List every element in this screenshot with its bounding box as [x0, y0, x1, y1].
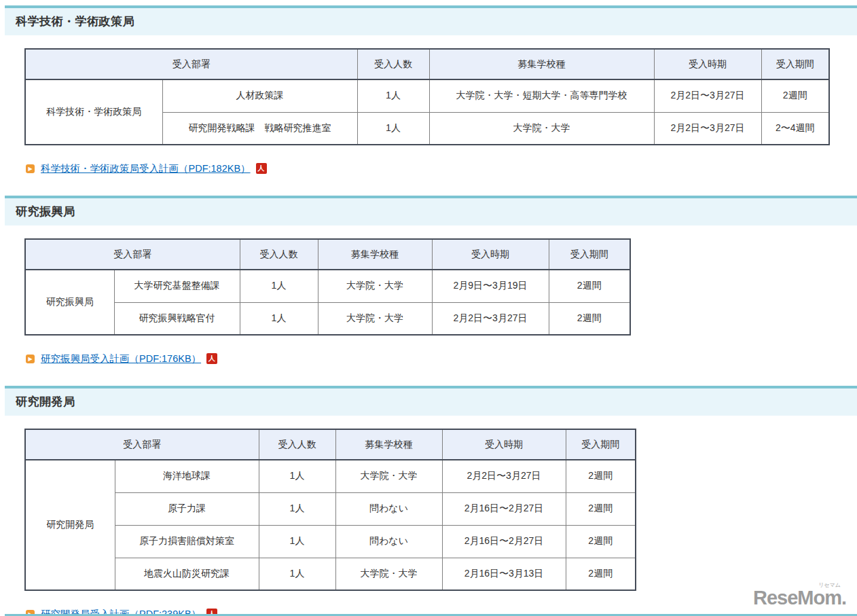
table-header-row: 受入部署 受入人数 募集学校種 受入時期 受入期間	[25, 49, 829, 79]
acceptance-table-science-policy: 受入部署 受入人数 募集学校種 受入時期 受入期間 科学技術・学術政策局 人材政…	[24, 48, 830, 145]
column-header-time: 受入時期	[654, 49, 761, 79]
cell-schools: 大学院・大学	[335, 460, 442, 492]
arrow-bullet-icon: ▶	[26, 164, 35, 173]
section-header: 科学技術・学術政策局	[5, 5, 857, 35]
resemom-watermark: リセマム ReseMom.	[753, 588, 846, 608]
column-header-time: 受入時期	[442, 429, 566, 460]
column-header-count: 受入人数	[240, 239, 318, 270]
cell-schools: 問わない	[335, 492, 442, 525]
cell-duration: 2週間	[549, 270, 630, 302]
cell-duration: 2週間	[566, 492, 636, 525]
column-header-department: 受入部署	[25, 49, 357, 79]
pdf-link-row: ▶ 研究振興局受入計画（PDF:176KB） 人	[26, 352, 857, 365]
cell-duration: 2週間	[761, 79, 829, 112]
pdf-icon[interactable]: 人	[256, 163, 267, 174]
cell-count: 1人	[357, 79, 429, 112]
table-row: 原子力課 1人 問わない 2月16日〜2月27日 2週間	[25, 492, 636, 525]
acceptance-table-research-promotion: 受入部署 受入人数 募集学校種 受入時期 受入期間 研究振興局 大学研究基盤整備…	[24, 238, 631, 336]
table-row: 原子力損害賠償対策室 1人 問わない 2月16日〜2月27日 2週間	[25, 525, 636, 558]
table-row: 研究振興戦略官付 1人 大学院・大学 2月2日〜3月27日 2週間	[25, 302, 630, 335]
column-header-schools: 募集学校種	[318, 239, 432, 270]
section-title: 研究振興局	[16, 204, 850, 219]
table-row: 研究開発局 海洋地球課 1人 大学院・大学 2月2日〜3月27日 2週間	[25, 460, 636, 492]
column-header-department: 受入部署	[25, 239, 240, 270]
cell-department: 原子力損害賠償対策室	[115, 525, 259, 558]
cell-bureau: 研究振興局	[25, 270, 114, 335]
section-header: 研究開発局	[5, 386, 857, 416]
pdf-icon[interactable]: 人	[206, 353, 217, 364]
cell-count: 1人	[259, 558, 335, 590]
column-header-schools: 募集学校種	[335, 429, 442, 460]
column-header-duration: 受入期間	[566, 429, 636, 460]
cell-duration: 2週間	[566, 460, 636, 492]
section-research-development: 研究開発局 受入部署 受入人数 募集学校種 受入時期 受入期間 研究開発局 海洋…	[0, 386, 857, 616]
table-header-row: 受入部署 受入人数 募集学校種 受入時期 受入期間	[25, 239, 630, 270]
cell-count: 1人	[259, 492, 335, 525]
cell-count: 1人	[240, 302, 318, 335]
column-header-time: 受入時期	[432, 239, 549, 270]
cell-schools: 大学院・大学	[318, 270, 432, 302]
column-header-count: 受入人数	[357, 49, 429, 79]
cell-time: 2月2日〜3月27日	[432, 302, 549, 335]
cell-count: 1人	[259, 525, 335, 558]
cell-department: 人材政策課	[162, 79, 357, 112]
column-header-schools: 募集学校種	[429, 49, 654, 79]
cell-department: 大学研究基盤整備課	[114, 270, 240, 302]
pdf-link-row: ▶ 科学技術・学術政策局受入計画（PDF:182KB） 人	[26, 162, 857, 175]
cell-schools: 大学院・大学	[335, 558, 442, 590]
watermark-ruby: リセマム	[818, 583, 841, 588]
cell-department: 海洋地球課	[115, 460, 259, 492]
table-header-row: 受入部署 受入人数 募集学校種 受入時期 受入期間	[25, 429, 636, 460]
cell-schools: 問わない	[335, 525, 442, 558]
cell-time: 2月2日〜3月27日	[442, 460, 566, 492]
pdf-link-research-promotion[interactable]: 研究振興局受入計画（PDF:176KB）	[41, 352, 201, 365]
cell-schools: 大学院・大学・短期大学・高等専門学校	[429, 79, 654, 112]
cell-time: 2月2日〜3月27日	[654, 79, 761, 112]
table-row: 研究振興局 大学研究基盤整備課 1人 大学院・大学 2月9日〜3月19日 2週間	[25, 270, 630, 302]
cell-schools: 大学院・大学	[318, 302, 432, 335]
cell-department: 原子力課	[115, 492, 259, 525]
cell-duration: 2週間	[566, 525, 636, 558]
cell-time: 2月16日〜3月13日	[442, 558, 566, 590]
column-header-count: 受入人数	[259, 429, 335, 460]
watermark-text: ReseMom.	[753, 587, 846, 609]
arrow-bullet-icon: ▶	[26, 355, 35, 363]
cell-bureau: 科学技術・学術政策局	[25, 79, 162, 145]
column-header-department: 受入部署	[25, 429, 259, 460]
cell-time: 2月9日〜3月19日	[432, 270, 549, 302]
cell-department: 研究開発戦略課 戦略研究推進室	[162, 112, 357, 145]
column-header-duration: 受入期間	[549, 239, 630, 270]
section-header: 研究振興局	[5, 196, 857, 225]
column-header-duration: 受入期間	[761, 49, 829, 79]
section-title: 研究開発局	[16, 394, 850, 410]
table-row: 科学技術・学術政策局 人材政策課 1人 大学院・大学・短期大学・高等専門学校 2…	[25, 79, 829, 112]
cell-duration: 2〜4週間	[761, 112, 829, 145]
cell-department: 研究振興戦略官付	[114, 302, 240, 335]
cell-time: 2月2日〜3月27日	[654, 112, 761, 145]
cell-count: 1人	[259, 460, 335, 492]
section-title: 科学技術・学術政策局	[16, 14, 850, 29]
cell-duration: 2週間	[549, 302, 630, 335]
pdf-link-science-policy[interactable]: 科学技術・学術政策局受入計画（PDF:182KB）	[41, 162, 251, 175]
cell-schools: 大学院・大学	[429, 112, 654, 145]
section-science-policy: 科学技術・学術政策局 受入部署 受入人数 募集学校種 受入時期 受入期間 科学技…	[0, 5, 857, 175]
acceptance-table-research-development: 受入部署 受入人数 募集学校種 受入時期 受入期間 研究開発局 海洋地球課 1人…	[24, 429, 636, 591]
cell-time: 2月16日〜2月27日	[442, 492, 566, 525]
cell-count: 1人	[357, 112, 429, 145]
cell-time: 2月16日〜2月27日	[442, 525, 566, 558]
section-research-promotion: 研究振興局 受入部署 受入人数 募集学校種 受入時期 受入期間 研究振興局 大学…	[0, 196, 857, 365]
cell-department: 地震火山防災研究課	[115, 558, 259, 590]
cell-count: 1人	[240, 270, 318, 302]
table-row: 地震火山防災研究課 1人 大学院・大学 2月16日〜3月13日 2週間	[25, 558, 636, 590]
cell-bureau: 研究開発局	[25, 460, 115, 590]
cell-duration: 2週間	[566, 558, 636, 590]
